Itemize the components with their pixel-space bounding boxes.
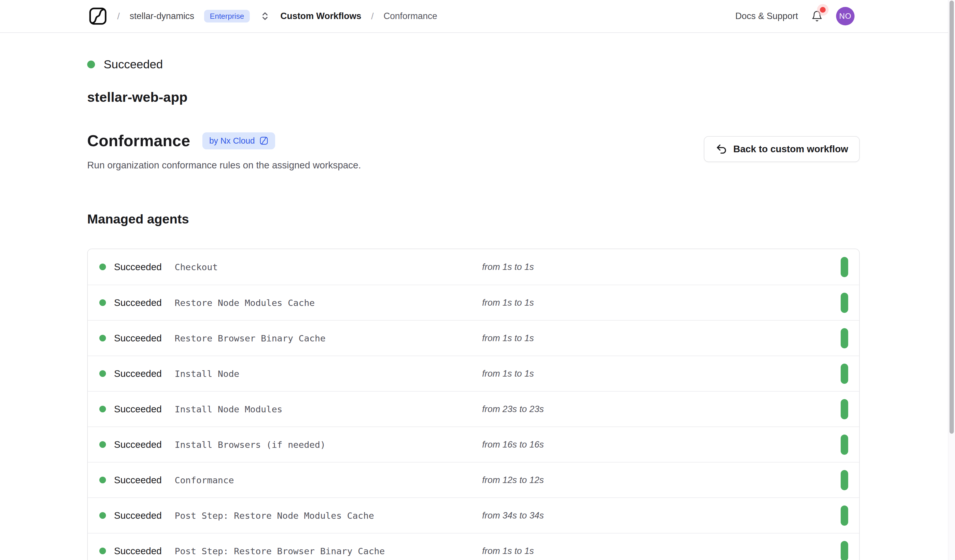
top-nav: / stellar-dynamics Enterprise Custom Wor… [0, 0, 955, 33]
step-name: Restore Node Modules Cache [175, 298, 315, 308]
step-duration: from 1s to 1s [482, 333, 534, 343]
docs-support-link[interactable]: Docs & Support [735, 11, 798, 21]
status-dot [99, 299, 106, 306]
status-dot [99, 512, 106, 519]
step-status-label: Succeeded [114, 439, 175, 450]
managed-agent-step-row[interactable]: Succeeded Checkout from 1s to 1s [88, 249, 859, 285]
notifications-button[interactable] [811, 10, 823, 22]
provider-badge-label: by Nx Cloud [209, 136, 255, 146]
undo-icon [715, 143, 728, 155]
managed-agent-step-row[interactable]: Succeeded Restore Browser Binary Cache f… [88, 320, 859, 356]
avatar[interactable]: NO [836, 7, 855, 25]
status-dot [99, 335, 106, 342]
nx-cloud-provider-badge[interactable]: by Nx Cloud [202, 133, 275, 150]
step-duration: from 12s to 12s [482, 475, 544, 485]
run-status: Succeeded [87, 58, 860, 71]
step-status-label: Succeeded [114, 368, 175, 379]
workflow-description: Run organization conformance rules on th… [87, 160, 361, 171]
status-dot [99, 370, 106, 377]
breadcrumb-separator: / [371, 11, 374, 22]
step-status-label: Succeeded [114, 262, 175, 273]
enterprise-badge: Enterprise [204, 10, 250, 22]
managed-agent-step-row[interactable]: Succeeded Post Step: Restore Browser Bin… [88, 533, 859, 560]
duration-bar [841, 505, 848, 526]
step-duration: from 23s to 23s [482, 404, 544, 414]
chevrons-up-down-icon[interactable] [260, 11, 270, 21]
breadcrumb-separator: / [117, 11, 120, 22]
duration-bar [841, 293, 848, 313]
notification-dot [820, 7, 826, 13]
step-name: Install Node Modules [175, 404, 282, 414]
duration-bar [841, 399, 848, 419]
managed-agent-step-row[interactable]: Succeeded Restore Node Modules Cache fro… [88, 285, 859, 320]
status-dot [87, 61, 95, 68]
workspace-title: stellar-web-app [87, 89, 860, 105]
managed-agents-title: Managed agents [87, 212, 860, 227]
step-duration: from 1s to 1s [482, 298, 534, 308]
duration-bar [841, 541, 848, 560]
breadcrumb: / stellar-dynamics Enterprise Custom Wor… [88, 7, 437, 26]
workflow-header: Conformance by Nx Cloud Run organization… [87, 131, 860, 171]
step-name: Conformance [175, 475, 234, 485]
back-button-label: Back to custom workflow [733, 144, 848, 154]
back-to-custom-workflow-button[interactable]: Back to custom workflow [704, 136, 860, 162]
step-duration: from 16s to 16s [482, 440, 544, 450]
status-dot [99, 441, 106, 448]
header-actions: Docs & Support NO [735, 7, 855, 25]
managed-agent-step-row[interactable]: Succeeded Install Node from 1s to 1s [88, 356, 859, 391]
breadcrumb-section[interactable]: Custom Workflows [280, 11, 361, 21]
duration-bar [841, 328, 848, 348]
status-dot [99, 406, 106, 412]
workflow-info: Conformance by Nx Cloud Run organization… [87, 131, 361, 171]
step-duration: from 1s to 1s [482, 262, 534, 272]
duration-bar [841, 470, 848, 490]
step-name: Checkout [175, 262, 218, 272]
duration-bar [841, 257, 848, 277]
breadcrumb-org[interactable]: stellar-dynamics [130, 11, 194, 21]
step-name: Install Node [175, 368, 240, 379]
status-dot [99, 264, 106, 270]
managed-agent-step-row[interactable]: Succeeded Post Step: Restore Node Module… [88, 498, 859, 533]
page-scrollbar[interactable] [948, 0, 955, 560]
managed-agents-list: Succeeded Checkout from 1s to 1s Succeed… [87, 248, 860, 560]
step-name: Restore Browser Binary Cache [175, 333, 326, 343]
status-dot [99, 477, 106, 483]
step-status-label: Succeeded [114, 297, 175, 308]
step-status-label: Succeeded [114, 333, 175, 344]
step-duration: from 1s to 1s [482, 368, 534, 379]
managed-agent-step-row[interactable]: Succeeded Install Browsers (if needed) f… [88, 426, 859, 462]
step-duration: from 34s to 34s [482, 510, 544, 521]
step-name: Post Step: Restore Browser Binary Cache [175, 546, 385, 556]
nx-cloud-logo-icon[interactable] [88, 7, 107, 26]
step-status-label: Succeeded [114, 404, 175, 415]
step-status-label: Succeeded [114, 510, 175, 521]
step-status-label: Succeeded [114, 546, 175, 557]
step-name: Post Step: Restore Node Modules Cache [175, 510, 374, 521]
workflow-title: Conformance [87, 131, 190, 150]
breadcrumb-page: Conformance [384, 11, 437, 21]
duration-bar [841, 363, 848, 384]
nx-cloud-badge-icon [260, 136, 268, 145]
step-status-label: Succeeded [114, 475, 175, 486]
scrollbar-thumb[interactable] [950, 1, 954, 434]
status-dot [99, 548, 106, 554]
duration-bar [841, 435, 848, 455]
managed-agent-step-row[interactable]: Succeeded Install Node Modules from 23s … [88, 391, 859, 426]
status-label: Succeeded [103, 58, 163, 71]
step-name: Install Browsers (if needed) [175, 440, 326, 450]
main-content: Succeeded stellar-web-app Conformance by… [0, 58, 955, 560]
step-duration: from 1s to 1s [482, 546, 534, 556]
managed-agent-step-row[interactable]: Succeeded Conformance from 12s to 12s [88, 462, 859, 498]
